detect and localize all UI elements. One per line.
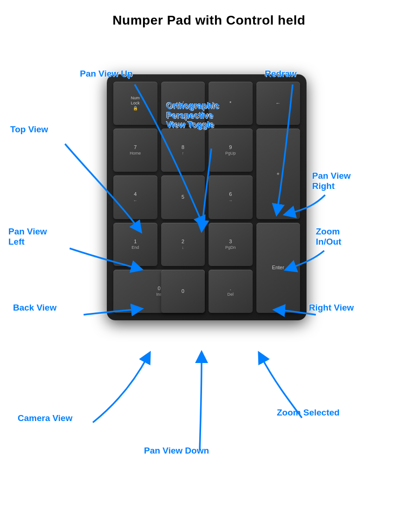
label-right-view: Right View — [309, 303, 354, 313]
label-top-view: Top View — [10, 124, 48, 135]
key-7[interactable]: 7 Home — [113, 129, 157, 172]
label-pan-view-left: Pan ViewLeft — [8, 227, 47, 247]
label-redraw: Redraw — [265, 69, 297, 79]
label-back-view: Back View — [13, 303, 57, 313]
key-4[interactable]: 4 ← — [113, 175, 157, 219]
label-pan-view-up: Pan View Up — [80, 69, 133, 79]
label-pan-view-right: Pan ViewRight — [312, 171, 351, 191]
label-zoom-selected: Zoom Selected — [277, 408, 340, 418]
key-2[interactable]: 2 ↓ — [161, 223, 205, 266]
key-5[interactable]: 5 — [161, 175, 205, 219]
key-backspace[interactable]: ← — [256, 82, 300, 125]
key-plus[interactable]: + — [256, 129, 300, 219]
key-8[interactable]: 8 ↑ — [161, 129, 205, 172]
key-enter[interactable]: Enter — [256, 223, 300, 313]
label-pan-view-down: Pan View Down — [144, 446, 209, 456]
key-6[interactable]: 6 → — [209, 175, 253, 219]
label-zoom-in-out: ZoomIn/Out — [316, 227, 341, 247]
keyboard-container: NumLock 🔒 / * ← 7 Home 8 ↑ 9 — [98, 46, 316, 334]
page-title: Numper Pad with Control held — [0, 0, 418, 28]
key-3[interactable]: 3 PgDn — [209, 223, 253, 266]
key-9[interactable]: 9 PgUp — [209, 129, 253, 172]
key-dot[interactable]: . Del — [209, 270, 253, 313]
label-ortho-perspective: OrthographicPerspectiveView Toggle — [166, 101, 219, 130]
key-numlock[interactable]: NumLock 🔒 — [113, 82, 157, 125]
key-0b[interactable]: 0 — [161, 270, 205, 313]
key-1[interactable]: 1 End — [113, 223, 157, 266]
label-camera-view: Camera View — [18, 413, 72, 423]
